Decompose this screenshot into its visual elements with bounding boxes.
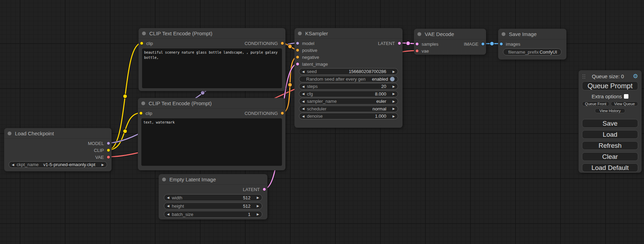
collapse-dot-icon[interactable] <box>162 178 166 181</box>
load-default-button[interactable]: Load Default <box>582 163 638 172</box>
widget-denoise[interactable]: ◀ denoise 1.000 ▶ <box>299 113 398 119</box>
refresh-button[interactable]: Refresh <box>582 141 638 150</box>
node-title: VAE Decode <box>425 31 454 37</box>
input-dot-clip[interactable] <box>140 42 143 45</box>
collapse-dot-icon[interactable] <box>8 132 11 135</box>
widget-value: 1 <box>248 212 257 217</box>
next-value-arrow-icon[interactable]: ▶ <box>392 107 395 110</box>
prompt-textarea[interactable]: beautiful scenery nature glass bottle la… <box>142 48 282 88</box>
view-queue-button[interactable]: View Queue <box>611 101 638 106</box>
input-label-clip: clip <box>145 111 152 116</box>
widget-cfg[interactable]: ◀ cfg 8.000 ▶ <box>299 91 398 97</box>
prev-value-arrow-icon[interactable]: ◀ <box>302 115 305 118</box>
load-button[interactable]: Load <box>582 130 638 139</box>
next-value-arrow-icon[interactable]: ▶ <box>392 100 395 103</box>
next-value-arrow-icon[interactable]: ▶ <box>392 70 395 73</box>
save-button[interactable]: Save <box>582 119 638 128</box>
next-value-arrow-icon[interactable]: ▶ <box>257 213 259 216</box>
node-title-bar[interactable]: CLIP Text Encode (Prompt) <box>139 28 285 39</box>
widget-sampler-name[interactable]: ◀ sampler_name euler ▶ <box>299 98 398 105</box>
output-dot-image[interactable] <box>481 42 485 46</box>
next-value-arrow-icon[interactable]: ▶ <box>392 92 395 96</box>
input-label-samples: samples <box>422 42 438 47</box>
prev-value-arrow-icon[interactable]: ◀ <box>167 204 169 208</box>
input-label-latent-image: latent_image <box>302 62 328 67</box>
widget-label: ckpt_name <box>17 162 39 167</box>
node-title-bar[interactable]: Empty Latent Image <box>159 174 267 185</box>
collapse-dot-icon[interactable] <box>142 31 146 35</box>
queue-front-button[interactable]: Queue Front <box>582 101 609 106</box>
prompt-textarea[interactable]: text, watermark <box>141 118 282 166</box>
widget-scheduler[interactable]: ◀ scheduler normal ▶ <box>299 106 398 112</box>
input-dot-clip[interactable] <box>139 111 143 115</box>
node-empty-latent-image[interactable]: Empty Latent Image LATENT ◀ width 512 ▶ … <box>159 174 267 219</box>
prev-value-arrow-icon[interactable]: ◀ <box>12 163 14 166</box>
widget-random-seed-toggle[interactable]: Random seed after every gen enabled <box>299 76 398 82</box>
node-vae-decode[interactable]: VAE Decode samples IMAGE vae <box>414 29 486 55</box>
output-dot-clip[interactable] <box>107 148 110 152</box>
collapse-dot-icon[interactable] <box>502 32 505 36</box>
input-dot-negative[interactable] <box>296 55 299 59</box>
collapse-dot-icon[interactable] <box>417 32 421 36</box>
node-title-bar[interactable]: Save Image <box>498 29 566 39</box>
output-dot-latent[interactable] <box>398 42 401 45</box>
input-label-vae: vae <box>422 48 429 54</box>
widget-height[interactable]: ◀ height 512 ▶ <box>164 202 262 209</box>
queue-size-label: Queue size: 0 <box>584 73 632 79</box>
toggle-circle-icon[interactable] <box>390 76 395 82</box>
widget-steps[interactable]: ◀ steps 20 ▶ <box>299 83 398 90</box>
node-ksampler[interactable]: KSampler model LATENT positive negative … <box>294 28 403 128</box>
node-title-bar[interactable]: CLIP Text Encode (Prompt) <box>138 98 285 109</box>
prev-value-arrow-icon[interactable]: ◀ <box>302 70 305 73</box>
widget-seed[interactable]: ◀ seed 156680208700286 ▶ <box>299 68 398 75</box>
output-dot-vae[interactable] <box>107 155 110 159</box>
slot-row: vae <box>414 47 486 54</box>
output-dot-model[interactable] <box>107 142 110 145</box>
widget-ckpt-name[interactable]: ◀ ckpt_name v1-5-pruned-emaonly.ckpt ▶ <box>9 161 107 168</box>
settings-gear-icon[interactable]: ⚙ <box>633 73 638 79</box>
widget-value: 512 <box>243 195 257 200</box>
node-title-bar[interactable]: KSampler <box>294 28 403 39</box>
next-value-arrow-icon[interactable]: ▶ <box>102 163 104 166</box>
output-dot-latent[interactable] <box>263 188 266 191</box>
input-dot-images[interactable] <box>500 42 503 46</box>
widget-batch-size[interactable]: ◀ batch_size 1 ▶ <box>164 211 262 218</box>
prev-value-arrow-icon[interactable]: ◀ <box>302 85 305 88</box>
input-dot-model[interactable] <box>296 42 299 45</box>
input-dot-latent-image[interactable] <box>296 62 299 66</box>
input-label-negative: negative <box>302 55 319 60</box>
input-dot-vae[interactable] <box>415 49 419 53</box>
drag-handle-icon[interactable] <box>583 74 583 75</box>
prev-value-arrow-icon[interactable]: ◀ <box>302 107 305 110</box>
input-dot-samples[interactable] <box>415 42 419 46</box>
collapse-dot-icon[interactable] <box>298 31 302 35</box>
queue-prompt-button[interactable]: Queue Prompt <box>582 81 638 90</box>
node-clip-text-encode-negative[interactable]: CLIP Text Encode (Prompt) clip CONDITION… <box>138 98 285 170</box>
next-value-arrow-icon[interactable]: ▶ <box>257 204 259 208</box>
next-value-arrow-icon[interactable]: ▶ <box>392 115 395 118</box>
prev-value-arrow-icon[interactable]: ◀ <box>302 100 305 103</box>
next-value-arrow-icon[interactable]: ▶ <box>257 196 259 199</box>
node-save-image[interactable]: Save Image images filename_prefix ComfyU… <box>498 29 566 60</box>
collapse-dot-icon[interactable] <box>141 101 145 105</box>
slot-row: LATENT <box>159 186 267 193</box>
prev-value-arrow-icon[interactable]: ◀ <box>302 92 305 96</box>
input-dot-positive[interactable] <box>296 48 299 52</box>
prev-value-arrow-icon[interactable]: ◀ <box>167 196 169 199</box>
widget-filename-prefix[interactable]: filename_prefix ComfyUI <box>503 48 562 55</box>
view-history-button[interactable]: View History <box>595 108 625 113</box>
next-value-arrow-icon[interactable]: ▶ <box>392 85 395 88</box>
node-load-checkpoint[interactable]: Load Checkpoint MODEL CLIP VAE ◀ ckpt_na… <box>4 128 112 171</box>
slot-row: latent_image <box>294 61 403 67</box>
output-dot-conditioning[interactable] <box>281 111 284 115</box>
node-title-bar[interactable]: Load Checkpoint <box>4 128 112 139</box>
widget-width[interactable]: ◀ width 512 ▶ <box>164 194 262 201</box>
prev-value-arrow-icon[interactable]: ◀ <box>167 213 169 216</box>
extra-options-checkbox[interactable] <box>624 94 628 99</box>
node-title-bar[interactable]: VAE Decode <box>414 29 486 39</box>
output-dot-conditioning[interactable] <box>281 42 284 45</box>
node-clip-text-encode-positive[interactable]: CLIP Text Encode (Prompt) clip CONDITION… <box>139 28 285 91</box>
output-label-latent: LATENT <box>378 41 395 46</box>
widget-label: seed <box>307 69 317 74</box>
clear-button[interactable]: Clear <box>582 152 638 161</box>
